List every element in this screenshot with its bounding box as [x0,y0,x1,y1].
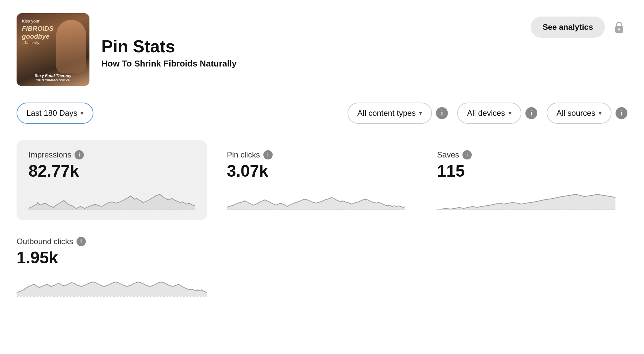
pin-image-line2: FIBROIDS [22,25,54,32]
pin-brand: Sexy Food Therapy WITH MELISSA RAMOS [17,73,89,81]
header-title-block: Pin Stats How To Shrink Fibroids Natural… [101,30,237,69]
devices-group: All devices ▾ i [457,103,537,124]
impressions-info-icon[interactable]: i [75,150,84,159]
impressions-label-row: Impressions i [28,150,195,159]
header-right: See analytics [531,13,627,38]
pin-image-line1: Kiss your [22,19,39,24]
content-types-filter[interactable]: All content types ▾ [348,103,432,124]
sources-chevron: ▾ [599,110,602,117]
saves-card: Saves i 115 [437,140,627,220]
pin-clicks-sparkline [227,186,405,212]
filters-bar: Last 180 Days ▾ All content types ▾ i Al… [17,103,627,124]
outbound-clicks-info-icon[interactable]: i [77,237,86,246]
saves-label-row: Saves i [437,150,616,159]
outbound-clicks-sparkline [17,273,207,299]
page-header: Kiss your FIBROIDS goodbye ...Naturally.… [17,13,627,86]
outbound-clicks-value: 1.95k [17,248,207,267]
page-subtitle: How To Shrink Fibroids Naturally [101,59,237,69]
impressions-sparkline [28,186,195,212]
saves-value: 115 [437,161,616,181]
sources-group: All sources ▾ i [547,103,627,124]
pin-clicks-value: 3.07k [227,161,405,181]
page-title: Pin Stats [101,37,237,56]
date-range-label: Last 180 Days [27,109,77,118]
stats-row-2: Outbound clicks i 1.95k [17,237,627,299]
impressions-value: 82.77k [28,161,195,181]
devices-chevron: ▾ [509,110,511,117]
date-range-filter[interactable]: Last 180 Days ▾ [17,103,93,124]
devices-filter[interactable]: All devices ▾ [457,103,521,124]
saves-label: Saves [437,150,459,159]
saves-info-icon[interactable]: i [462,150,472,159]
devices-info-icon[interactable]: i [525,107,537,119]
date-range-chevron: ▾ [80,110,83,117]
devices-label: All devices [467,109,505,118]
impressions-label: Impressions [28,150,71,159]
pin-clicks-info-icon[interactable]: i [263,150,273,159]
saves-sparkline [437,186,616,212]
stats-row-1: Impressions i 82.77k Pin clicks i 3.07k [17,140,627,220]
sources-label: All sources [557,109,595,118]
outbound-clicks-label: Outbound clicks [17,237,73,246]
impressions-card: Impressions i 82.77k [17,140,207,220]
pin-clicks-card: Pin clicks i 3.07k [227,140,417,220]
header-left: Kiss your FIBROIDS goodbye ...Naturally.… [17,13,237,86]
pin-clicks-label-row: Pin clicks i [227,150,405,159]
content-types-chevron: ▾ [419,110,422,117]
content-types-info-icon[interactable]: i [436,107,448,119]
see-analytics-button[interactable]: See analytics [531,17,605,38]
pin-thumbnail: Kiss your FIBROIDS goodbye ...Naturally.… [17,13,89,86]
svg-point-1 [618,28,620,30]
sources-info-icon[interactable]: i [616,107,627,119]
content-types-group: All content types ▾ i [348,103,448,124]
pin-image-line3: goodbye [22,33,49,40]
sources-filter[interactable]: All sources ▾ [547,103,612,124]
outbound-clicks-label-row: Outbound clicks i [17,237,207,246]
lock-icon [611,19,627,35]
outbound-clicks-card: Outbound clicks i 1.95k [17,237,207,299]
content-types-label: All content types [357,109,416,118]
pin-clicks-label: Pin clicks [227,150,260,159]
pin-image-line4: ...Naturally. [22,41,40,45]
